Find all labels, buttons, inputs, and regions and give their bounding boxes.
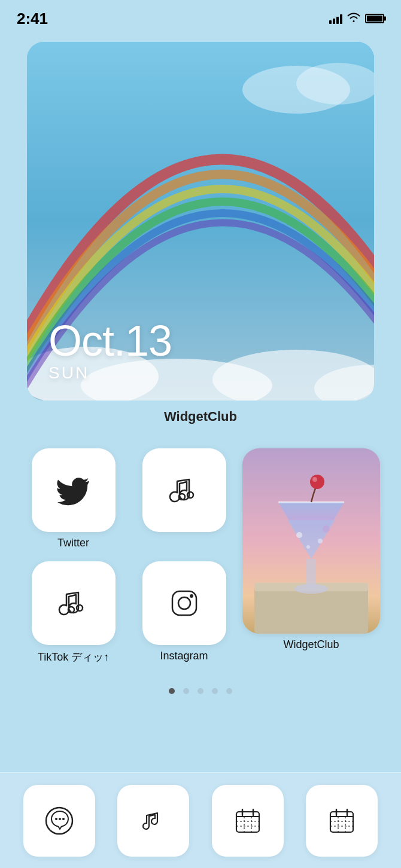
large-widget-box[interactable] — [242, 448, 380, 634]
signal-icon — [329, 13, 342, 24]
battery-icon — [365, 14, 384, 23]
svg-point-16 — [306, 545, 310, 549]
tiktok-label: TikTok ディッ↑ — [38, 650, 109, 664]
status-bar: 2:41 — [0, 0, 401, 30]
app-cell-tiktok[interactable]: TikTok ディッ↑ — [18, 555, 129, 670]
svg-point-18 — [310, 475, 324, 489]
calendar2-icon — [326, 805, 358, 837]
svg-point-13 — [294, 584, 328, 594]
dock-line-icon-box[interactable] — [23, 785, 95, 857]
svg-rect-29 — [236, 812, 259, 832]
dock-calendar2-icon-box[interactable] — [306, 785, 378, 857]
page-dot-2[interactable] — [198, 688, 203, 694]
svg-point-27 — [59, 818, 61, 820]
calendar1-icon — [232, 805, 264, 837]
status-icons — [329, 12, 384, 26]
widget-date: Oct.13 — [48, 319, 172, 362]
page-dots — [0, 688, 401, 694]
large-widget-label: WidgetClub — [283, 638, 339, 651]
app-cell-music1[interactable] — [129, 442, 239, 543]
app-cell-instagram[interactable]: Instagram — [129, 555, 239, 668]
svg-point-19 — [312, 477, 317, 482]
svg-point-8 — [187, 492, 193, 498]
widget-day: SUN — [48, 363, 172, 383]
twitter-label: Twitter — [57, 537, 89, 549]
tiktok-icon-box[interactable] — [32, 561, 116, 645]
tiktok-icon — [56, 585, 92, 621]
instagram-icon-box[interactable] — [142, 561, 226, 645]
main-widget[interactable]: Oct.13 SUN — [27, 42, 374, 401]
svg-point-26 — [55, 818, 57, 820]
page-dot-1[interactable] — [183, 688, 189, 694]
svg-point-28 — [62, 818, 65, 820]
large-widget-cell[interactable]: WidgetClub — [239, 442, 383, 657]
page-dot-3[interactable] — [212, 688, 218, 694]
instagram-label: Instagram — [160, 650, 208, 662]
instagram-icon — [166, 585, 202, 621]
line-icon — [43, 805, 75, 837]
dock-calendar1-icon-box[interactable] — [212, 785, 284, 857]
main-widget-label: WidgetClub — [0, 409, 401, 424]
svg-point-21 — [77, 605, 83, 611]
drink-scene-svg — [242, 448, 380, 634]
svg-point-17 — [323, 525, 330, 533]
twitter-icon — [56, 472, 92, 508]
music1-icon-box[interactable] — [142, 448, 226, 532]
wifi-icon — [347, 12, 360, 26]
twitter-icon-box[interactable] — [32, 448, 116, 532]
page-dot-0[interactable] — [169, 688, 175, 694]
music-note-icon — [166, 472, 202, 508]
svg-point-14 — [296, 532, 302, 538]
music-double-icon — [137, 805, 169, 837]
page-dot-4[interactable] — [226, 688, 232, 694]
svg-point-24 — [190, 594, 193, 598]
status-time: 2:41 — [17, 10, 48, 28]
dock-music-icon-box[interactable] — [117, 785, 189, 857]
svg-rect-37 — [330, 812, 353, 832]
dock — [0, 772, 401, 868]
widget-date-overlay: Oct.13 SUN — [48, 319, 172, 383]
svg-point-15 — [318, 539, 323, 543]
app-cell-twitter[interactable]: Twitter — [18, 442, 129, 555]
app-grid: Twitter — [18, 442, 383, 670]
svg-point-23 — [178, 597, 190, 609]
